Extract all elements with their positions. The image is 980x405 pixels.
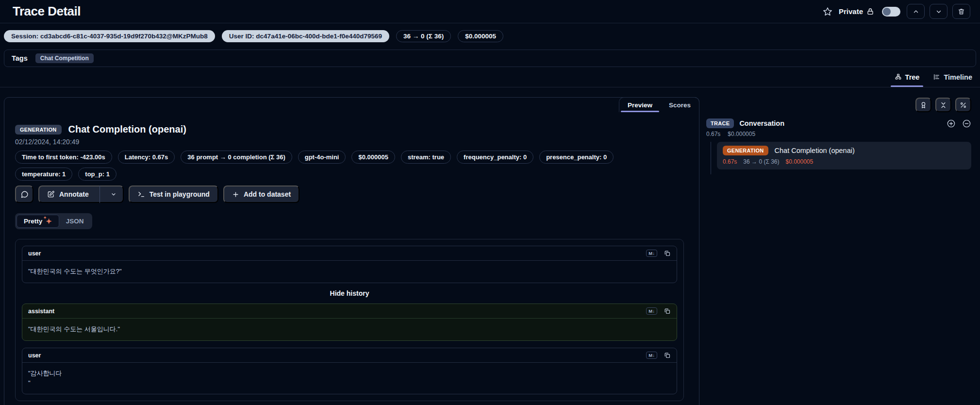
message-content: "대한민국의 수도는 무엇인가요?": [22, 261, 677, 283]
node-latency: 0.67s: [723, 158, 737, 165]
sparkles-icon: ✦✦: [46, 218, 52, 225]
star-icon[interactable]: [823, 7, 832, 17]
message-content: "대한민국의 수도는 서울입니다.": [22, 319, 677, 340]
markdown-toggle-icon[interactable]: M↓: [646, 307, 657, 315]
percent-icon: [960, 101, 967, 109]
metric-pill: top_p: 1: [78, 168, 116, 181]
scores-award-button[interactable]: [915, 98, 931, 112]
tags-section: Tags Chat Competition: [4, 50, 976, 67]
user-id-badge[interactable]: User ID: dc47a41e-06bc-400d-bde1-f0e440d…: [222, 30, 389, 42]
message-role: assistant: [28, 308, 54, 315]
trace-metrics: 0.67s $0.000005: [706, 131, 971, 137]
trace-type-badge: TRACE: [706, 118, 734, 128]
message-assistant: assistant M↓ "대한민국의 수도는 서울입니다.": [22, 304, 677, 341]
copy-icon[interactable]: [664, 352, 671, 359]
generation-node-metrics: 0.67s 36 → 0 (Σ 36) $0.000005: [723, 158, 965, 165]
add-to-dataset-button[interactable]: Add to dataset: [223, 186, 299, 203]
chevron-down-icon: [935, 8, 942, 15]
message-content: "감사합니다 ": [22, 363, 677, 394]
observation-metrics: Time to first token: -423.00s Latency: 0…: [15, 151, 668, 181]
tags-label: Tags: [12, 54, 28, 62]
generation-type-badge: GENERATION: [723, 146, 768, 155]
metric-pill: temperature: 1: [15, 168, 72, 181]
format-pretty[interactable]: Pretty ✦✦: [17, 215, 59, 228]
observation-type-badge: GENERATION: [15, 125, 62, 135]
format-toggle: Pretty ✦✦ JSON: [15, 213, 92, 229]
divider: [100, 186, 100, 203]
trace-cost: $0.000005: [728, 131, 755, 137]
fold-vertical-icon: [940, 101, 947, 109]
observation-timestamp: 02/12/2024, 14:20:49: [15, 138, 688, 146]
chat-bubble-icon: [20, 190, 29, 199]
collapse-all-button[interactable]: [935, 98, 951, 112]
trace-latency: 0.67s: [706, 131, 720, 137]
comments-button[interactable]: [15, 186, 33, 203]
chevron-up-icon: [913, 8, 919, 15]
conversation-container: user M↓ "대한민국의 수도는 무엇인가요?" Hide history …: [15, 239, 684, 401]
collapse-icon[interactable]: [962, 119, 971, 128]
node-cost: $0.000005: [785, 158, 813, 165]
observation-actions: Annotate Test in playground Add to datas…: [15, 186, 688, 203]
expand-all-icon[interactable]: [947, 119, 956, 128]
message-role: user: [28, 352, 41, 359]
lock-icon: [866, 8, 874, 16]
metric-pill: frequency_penalty: 0: [457, 151, 533, 164]
privacy-toggle[interactable]: [882, 7, 900, 17]
test-in-playground-button[interactable]: Test in playground: [129, 186, 218, 203]
tab-preview[interactable]: Preview: [619, 98, 661, 112]
terminal-icon: [137, 190, 145, 198]
message-role: user: [28, 250, 41, 257]
preview-scores-tabs: Preview Scores: [619, 97, 699, 112]
page-title: Trace Detail: [13, 4, 81, 19]
markdown-toggle-icon[interactable]: M↓: [646, 250, 657, 257]
cost-badge: $0.000005: [458, 30, 503, 42]
tab-timeline[interactable]: Timeline: [933, 67, 972, 87]
privacy-label: Private: [839, 7, 874, 16]
metric-pill: Latency: 0.67s: [118, 151, 175, 164]
view-switcher: Tree Timeline: [0, 67, 980, 87]
metric-pill: gpt-4o-mini: [298, 151, 346, 164]
page-header: Trace Detail Private: [0, 0, 980, 23]
trace-tree-sidebar: TRACE Conversation 0.67s $0.000005 GENER…: [699, 97, 980, 169]
generation-node-title: Chat Completion (openai): [775, 147, 855, 154]
tree-icon: [895, 73, 902, 81]
tree-toolbar: [706, 98, 971, 112]
metric-pill: Time to first token: -423.00s: [15, 151, 112, 164]
copy-icon[interactable]: [664, 250, 671, 257]
annotate-icon: [47, 190, 55, 198]
metrics-percent-button[interactable]: [955, 98, 971, 112]
tag-chip[interactable]: Chat Competition: [35, 53, 94, 63]
message-user-1: user M↓ "대한민국의 수도는 무엇인가요?": [22, 246, 677, 283]
metric-pill: presence_penalty: 0: [539, 151, 614, 164]
observation-preview-panel: Preview Scores GENERATION Chat Completio…: [4, 97, 699, 405]
generation-node-selected[interactable]: GENERATION Chat Completion (openai) 0.67…: [717, 142, 971, 169]
tab-tree[interactable]: Tree: [895, 67, 920, 87]
award-icon: [920, 101, 927, 109]
observation-title: Chat Completion (openai): [68, 124, 186, 135]
trash-icon: [958, 8, 965, 15]
markdown-toggle-icon[interactable]: M↓: [646, 352, 657, 359]
hide-history-button[interactable]: Hide history: [22, 289, 677, 297]
annotate-dropdown-button[interactable]: [104, 191, 123, 197]
prev-trace-button[interactable]: [907, 4, 925, 19]
trace-meta-row: Session: cd3abcd6-c81c-4037-935d-19d9f27…: [0, 23, 980, 47]
next-trace-button[interactable]: [930, 4, 947, 19]
plus-icon: [232, 191, 239, 198]
metric-pill: 36 prompt → 0 completion (Σ 36): [181, 151, 292, 164]
trace-root-node[interactable]: TRACE Conversation: [706, 118, 971, 128]
session-badge[interactable]: Session: cd3abcd6-c81c-4037-935d-19d9f27…: [4, 30, 215, 42]
format-json[interactable]: JSON: [59, 215, 91, 227]
token-usage-badge: 36 → 0 (Σ 36): [396, 30, 451, 42]
annotate-button[interactable]: Annotate: [38, 186, 124, 203]
node-tokens: 36 → 0 (Σ 36): [743, 158, 779, 165]
tab-scores[interactable]: Scores: [661, 98, 699, 112]
tree-connector-line: [711, 142, 711, 174]
trace-title: Conversation: [739, 119, 784, 127]
message-user-2: user M↓ "감사합니다 ": [22, 348, 677, 394]
metric-pill: $0.000005: [351, 151, 395, 164]
metric-pill: stream: true: [401, 151, 451, 164]
delete-trace-button[interactable]: [952, 4, 970, 19]
timeline-icon: [933, 73, 940, 81]
copy-icon[interactable]: [664, 307, 671, 315]
